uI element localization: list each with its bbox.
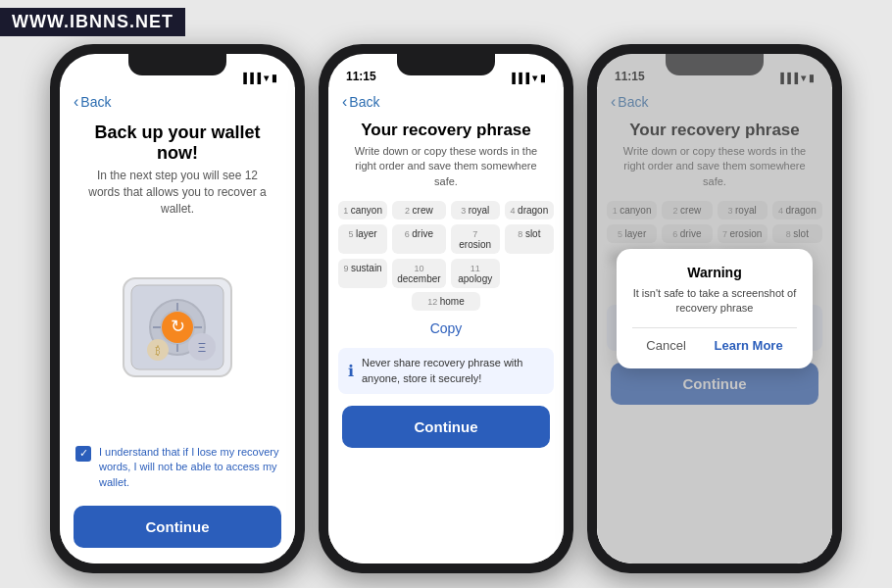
modal-cancel-button[interactable]: Cancel xyxy=(646,338,685,353)
word-chip-8: 8 slot xyxy=(505,224,554,254)
battery-icon-2: ▮ xyxy=(540,73,546,83)
back-button-1[interactable]: ‹ Back xyxy=(60,87,295,117)
back-label-1: Back xyxy=(80,94,111,110)
phones-container: ▐▐▐ ▾ ▮ ‹ Back Back up your wallet now! … xyxy=(50,15,842,573)
signal-icon-2: ▐▐▐ xyxy=(509,73,529,83)
phone-1-screen: ▐▐▐ ▾ ▮ ‹ Back Back up your wallet now! … xyxy=(60,54,295,564)
warning-text-2: Never share recovery phrase with anyone,… xyxy=(362,356,544,386)
watermark: WWW.IBNNS.NET xyxy=(0,8,185,36)
svg-text:Ξ: Ξ xyxy=(198,340,206,355)
copy-button-2[interactable]: Copy xyxy=(328,313,564,344)
word-chip-2: 2 crew xyxy=(392,201,445,220)
word-chip-9: 9 sustain xyxy=(338,259,387,288)
recovery-title-2: Your recovery phrase xyxy=(328,117,564,144)
phone-3-screen: 11:15 ▐▐▐ ▾ ▮ ‹ Back Your recovery phras… xyxy=(597,54,832,564)
continue-button-1[interactable]: Continue xyxy=(74,506,281,548)
screen-2-content: ‹ Back Your recovery phrase Write down o… xyxy=(328,87,564,564)
phone-1: ▐▐▐ ▾ ▮ ‹ Back Back up your wallet now! … xyxy=(50,44,305,573)
word-chip-4: 4 dragon xyxy=(505,201,554,220)
word-chip-12: 12 home xyxy=(412,292,480,311)
wifi-icon: ▾ xyxy=(264,73,269,83)
checkbox-text: I understand that if I lose my recovery … xyxy=(99,445,279,490)
recovery-subtitle-2: Write down or copy these words in the ri… xyxy=(328,144,564,197)
word-chip-7: 7 erosion xyxy=(451,224,500,254)
word-chip-3: 3 royal xyxy=(451,201,500,220)
checkmark-icon: ✓ xyxy=(79,447,88,460)
word-chip-5: 5 layer xyxy=(338,224,387,254)
word-chip-11: 11 apology xyxy=(451,259,500,288)
modal-buttons: Cancel Learn More xyxy=(632,327,797,353)
page-subtitle-1: In the next step you will see 12 words t… xyxy=(60,168,295,226)
modal-overlay: Warning It isn't safe to take a screensh… xyxy=(597,54,832,564)
page-title-1: Back up your wallet now! xyxy=(60,117,295,168)
phone-3: 11:15 ▐▐▐ ▾ ▮ ‹ Back Your recovery phras… xyxy=(587,44,842,573)
word-chip-10: 10 december xyxy=(392,259,445,288)
warning-banner-2: ℹ Never share recovery phrase with anyon… xyxy=(338,348,554,394)
modal-learn-button[interactable]: Learn More xyxy=(715,338,783,353)
screen-1-content: ‹ Back Back up your wallet now! In the n… xyxy=(60,87,295,564)
svg-text:↻: ↻ xyxy=(171,317,185,336)
modal-title: Warning xyxy=(632,265,797,280)
back-label-2: Back xyxy=(349,94,379,110)
words-grid-2: 1 canyon 2 crew 3 royal 4 dragon 5 layer… xyxy=(328,197,564,292)
notch-1 xyxy=(128,54,226,75)
battery-icon: ▮ xyxy=(272,73,277,83)
warning-modal: Warning It isn't safe to take a screensh… xyxy=(617,249,813,369)
phone-2: 11:15 ▐▐▐ ▾ ▮ ‹ Back Your recovery phras… xyxy=(319,44,573,573)
checkbox[interactable]: ✓ xyxy=(75,446,91,462)
phone-2-screen: 11:15 ▐▐▐ ▾ ▮ ‹ Back Your recovery phras… xyxy=(328,54,564,564)
back-chevron-1: ‹ xyxy=(74,93,78,111)
warning-icon-2: ℹ xyxy=(348,362,354,380)
notch-2 xyxy=(397,54,495,75)
safe-svg: ↻ Ξ ₿ xyxy=(104,264,251,401)
word-chip-1: 1 canyon xyxy=(338,201,387,220)
back-button-2[interactable]: ‹ Back xyxy=(328,87,564,117)
status-icons-2: ▐▐▐ ▾ ▮ xyxy=(509,73,546,83)
checkbox-row[interactable]: ✓ I understand that if I lose my recover… xyxy=(60,437,295,498)
wallet-image: ↻ Ξ ₿ xyxy=(60,226,295,436)
wifi-icon-2: ▾ xyxy=(532,73,537,83)
svg-text:₿: ₿ xyxy=(155,345,161,357)
modal-message: It isn't safe to take a screenshot of re… xyxy=(632,286,797,317)
status-time-2: 11:15 xyxy=(346,70,376,83)
signal-icon: ▐▐▐ xyxy=(240,73,261,83)
continue-button-2[interactable]: Continue xyxy=(342,406,550,448)
back-chevron-2: ‹ xyxy=(342,93,347,111)
word-chip-6: 6 drive xyxy=(392,224,445,254)
status-icons-1: ▐▐▐ ▾ ▮ xyxy=(240,73,277,83)
